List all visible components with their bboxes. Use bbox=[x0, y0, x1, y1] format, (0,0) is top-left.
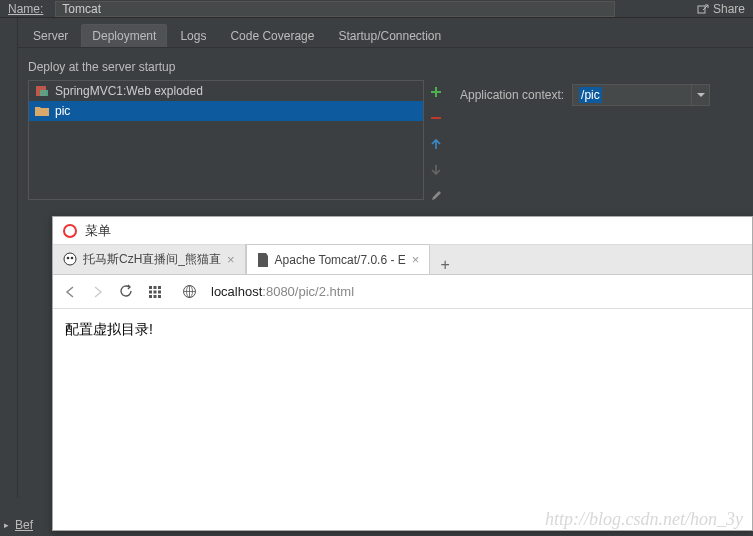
artifact-label: SpringMVC1:Web exploded bbox=[55, 84, 203, 98]
plus-icon bbox=[430, 86, 442, 98]
page-content: 配置虚拟目录! bbox=[53, 309, 752, 351]
artifact-label: pic bbox=[55, 104, 70, 118]
archive-icon bbox=[35, 84, 49, 98]
svg-rect-6 bbox=[149, 286, 152, 289]
svg-rect-10 bbox=[154, 290, 157, 293]
remove-button[interactable] bbox=[428, 110, 444, 126]
opera-icon bbox=[63, 224, 77, 238]
move-down-button[interactable] bbox=[428, 162, 444, 178]
name-label: Name: bbox=[8, 2, 43, 16]
svg-rect-13 bbox=[154, 295, 157, 298]
reload-button[interactable] bbox=[119, 284, 134, 299]
arrow-up-icon bbox=[430, 138, 442, 150]
tab-logs[interactable]: Logs bbox=[169, 24, 217, 47]
bottom-label: Bef bbox=[15, 518, 33, 532]
svg-rect-2 bbox=[40, 90, 48, 96]
chevron-right-icon bbox=[91, 285, 105, 299]
reload-icon bbox=[119, 284, 134, 299]
share-icon bbox=[697, 3, 709, 15]
context-dropdown[interactable] bbox=[692, 84, 710, 106]
browser-tab-label: 托马斯CzH直播间_熊猫直 bbox=[83, 251, 221, 268]
speed-dial-button[interactable] bbox=[148, 285, 162, 299]
svg-point-4 bbox=[67, 257, 70, 260]
config-tabs: ServerDeploymentLogsCode CoverageStartup… bbox=[18, 18, 753, 48]
forward-button[interactable] bbox=[91, 285, 105, 299]
new-tab-button[interactable]: + bbox=[430, 256, 459, 274]
triangle-right-icon: ▸ bbox=[4, 520, 9, 530]
back-button[interactable] bbox=[63, 285, 77, 299]
url-host: localhost bbox=[211, 284, 262, 299]
browser-tab[interactable]: 托马斯CzH直播间_熊猫直× bbox=[53, 244, 246, 274]
url-path: :8080/pic/2.html bbox=[262, 284, 354, 299]
favicon-icon bbox=[63, 252, 77, 266]
favicon-icon bbox=[257, 253, 269, 267]
share-label: Share bbox=[713, 2, 745, 16]
edit-button[interactable] bbox=[428, 188, 444, 204]
svg-rect-9 bbox=[149, 290, 152, 293]
move-up-button[interactable] bbox=[428, 136, 444, 152]
globe-icon bbox=[182, 284, 197, 299]
svg-rect-14 bbox=[158, 295, 161, 298]
tab-startup-connection[interactable]: Startup/Connection bbox=[327, 24, 452, 47]
browser-tab[interactable]: Apache Tomcat/7.0.6 - E× bbox=[246, 244, 431, 274]
svg-rect-7 bbox=[154, 286, 157, 289]
close-tab-button[interactable]: × bbox=[412, 252, 420, 267]
tab-code-coverage[interactable]: Code Coverage bbox=[219, 24, 325, 47]
site-info-button[interactable] bbox=[182, 284, 197, 299]
artifact-row[interactable]: SpringMVC1:Web exploded bbox=[29, 81, 423, 101]
context-input[interactable]: /pic bbox=[572, 84, 692, 106]
left-gutter bbox=[0, 18, 18, 498]
pencil-icon bbox=[430, 190, 442, 202]
share-button[interactable]: Share bbox=[697, 2, 745, 16]
browser-tab-label: Apache Tomcat/7.0.6 - E bbox=[275, 253, 406, 267]
svg-point-3 bbox=[64, 253, 76, 265]
browser-menu-label[interactable]: 菜单 bbox=[85, 222, 111, 240]
add-button[interactable] bbox=[428, 84, 444, 100]
svg-rect-8 bbox=[158, 286, 161, 289]
svg-rect-12 bbox=[149, 295, 152, 298]
minus-icon bbox=[430, 112, 442, 124]
svg-rect-11 bbox=[158, 290, 161, 293]
bottom-toggle[interactable]: ▸ Bef bbox=[4, 518, 33, 532]
grid-icon bbox=[148, 285, 162, 299]
svg-point-5 bbox=[71, 257, 74, 260]
folder-icon bbox=[35, 104, 49, 118]
name-input[interactable] bbox=[55, 1, 615, 17]
tab-server[interactable]: Server bbox=[22, 24, 79, 47]
chevron-left-icon bbox=[63, 285, 77, 299]
artifact-list[interactable]: SpringMVC1:Web explodedpic bbox=[28, 80, 424, 200]
arrow-down-icon bbox=[430, 164, 442, 176]
artifact-row[interactable]: pic bbox=[29, 101, 423, 121]
context-label: Application context: bbox=[460, 84, 564, 102]
deploy-section-label: Deploy at the server startup bbox=[28, 60, 743, 74]
close-tab-button[interactable]: × bbox=[227, 252, 235, 267]
chevron-down-icon bbox=[697, 93, 705, 98]
url-bar[interactable]: localhost:8080/pic/2.html bbox=[211, 284, 742, 299]
tab-deployment[interactable]: Deployment bbox=[81, 24, 167, 47]
browser-window: 菜单 托马斯CzH直播间_熊猫直×Apache Tomcat/7.0.6 - E… bbox=[52, 216, 753, 531]
